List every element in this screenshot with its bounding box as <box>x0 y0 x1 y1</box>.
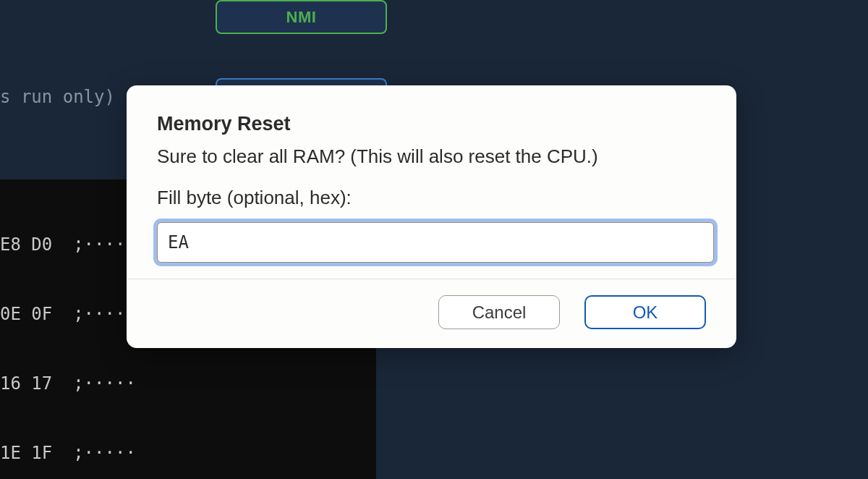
nmi-button-label: NMI <box>286 8 317 27</box>
cancel-button-label: Cancel <box>472 302 527 323</box>
ok-button-label: OK <box>633 302 658 323</box>
dialog-content: Memory Reset Sure to clear all RAM? (Thi… <box>127 85 736 279</box>
memory-line: 16 17 ;····· <box>0 372 376 395</box>
memory-reset-dialog: Memory Reset Sure to clear all RAM? (Thi… <box>127 85 736 348</box>
dialog-footer: Cancel OK <box>127 279 736 348</box>
ok-button[interactable]: OK <box>584 295 706 329</box>
cancel-button[interactable]: Cancel <box>438 295 560 329</box>
dialog-message: Sure to clear all RAM? (This will also r… <box>157 144 706 169</box>
fill-byte-input[interactable] <box>157 222 714 263</box>
memory-line: 1E 1F ;····· <box>0 441 376 465</box>
run-only-caption: s run only) <box>0 87 115 107</box>
nmi-button[interactable]: NMI <box>216 0 387 34</box>
dialog-input-label: Fill byte (optional, hex): <box>157 187 706 209</box>
dialog-title: Memory Reset <box>157 113 706 135</box>
